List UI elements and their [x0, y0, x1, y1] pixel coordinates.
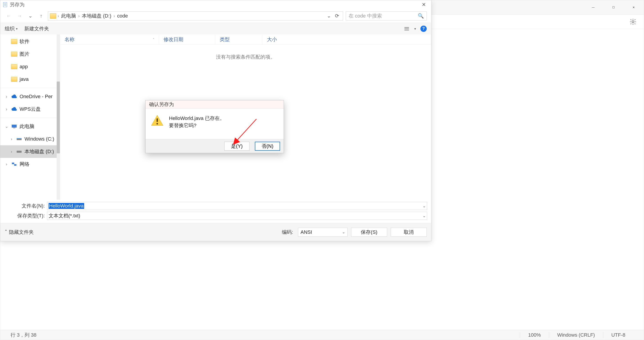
tree-label: 本地磁盘 (D:) [24, 148, 54, 155]
crumb-root[interactable]: 此电脑 [59, 12, 78, 19]
filetype-label: 保存类型(T): [4, 212, 47, 219]
cancel-button[interactable]: 取消 [391, 228, 427, 237]
expand-icon[interactable]: › [9, 149, 14, 154]
hide-folders-button[interactable]: ˄ 隐藏文件夹 [5, 229, 34, 236]
status-eol[interactable]: Windows (CRLF) [549, 332, 603, 338]
view-mode-button[interactable] [404, 26, 410, 31]
filename-field[interactable]: HelloWorld.java ⌄ [47, 202, 427, 210]
tree-item-onedrive[interactable]: ›OneDrive - Per [0, 90, 60, 103]
tree-item-app[interactable]: app [0, 60, 60, 73]
help-button[interactable]: ? [420, 26, 427, 32]
warning-icon [151, 115, 164, 126]
chevron-down-icon[interactable]: ⌄ [423, 204, 426, 208]
hide-folders-label: 隐藏文件夹 [9, 229, 34, 236]
confirm-modal: 确认另存为 HelloWorld.java 已存在。 要替换它吗? 是(Y) 否… [145, 100, 284, 153]
col-date[interactable]: 修改日期 [159, 34, 215, 44]
search-box[interactable]: 🔍 [346, 11, 427, 20]
status-zoom[interactable]: 100% [520, 332, 549, 338]
folder-icon [11, 77, 17, 82]
status-encoding[interactable]: UTF-8 [603, 332, 634, 338]
dialog-close-button[interactable]: ✕ [418, 1, 429, 8]
svg-rect-13 [12, 163, 14, 164]
filename-label: 文件名(N): [4, 202, 47, 209]
tree-label: 软件 [20, 38, 30, 45]
tree-item-pictures[interactable]: 图片 [0, 48, 60, 60]
crumb-folder[interactable]: code [115, 13, 130, 19]
save-button[interactable]: 保存(S) [351, 228, 387, 237]
settings-icon[interactable] [630, 18, 636, 25]
svg-point-0 [632, 21, 634, 23]
expand-icon[interactable]: › [9, 137, 14, 142]
tree-item-software[interactable]: 软件 [0, 35, 60, 48]
modal-line2: 要替换它吗? [169, 122, 225, 129]
tree-item-java[interactable]: java [0, 73, 60, 86]
refresh-button[interactable]: ⟳ [333, 12, 341, 20]
expand-icon[interactable]: › [4, 107, 9, 112]
status-cursor-pos: 行 3，列 38 [10, 332, 44, 339]
tree-label: 图片 [20, 51, 30, 57]
maximize-button[interactable]: ☐ [603, 0, 624, 14]
modal-line1: HelloWorld.java 已存在。 [169, 115, 225, 122]
tree-scrollbar-thumb[interactable] [57, 82, 60, 153]
nav-up-button[interactable]: ↑ [37, 12, 45, 20]
col-label: 修改日期 [164, 36, 183, 43]
new-folder-button[interactable]: 新建文件夹 [24, 25, 49, 32]
file-header: 名称˄ 修改日期 类型 大小 [60, 34, 431, 45]
chevron-down-icon: ⌄ [342, 230, 345, 234]
folder-icon [11, 39, 17, 44]
chevron-up-icon: ˄ [5, 229, 7, 235]
tree-item-drive-c[interactable]: ›Windows (C:) [0, 133, 60, 145]
drive-icon [16, 149, 22, 154]
svg-rect-11 [17, 138, 22, 139]
search-input[interactable] [349, 13, 418, 19]
col-size[interactable]: 大小 [262, 34, 431, 44]
col-type[interactable]: 类型 [215, 34, 262, 44]
tree-item-network[interactable]: ›网络 [0, 158, 60, 170]
col-label: 名称 [64, 36, 74, 43]
organize-label: 组织 [5, 25, 14, 32]
tree-label: WPS云盘 [20, 106, 41, 113]
encoding-combo[interactable]: ANSI ⌄ [298, 228, 348, 237]
nav-recent-button[interactable]: ⌄ [26, 12, 34, 20]
modal-no-button[interactable]: 否(N) [255, 142, 280, 151]
new-folder-label: 新建文件夹 [24, 25, 49, 32]
search-icon: 🔍 [418, 13, 424, 19]
modal-yes-button[interactable]: 是(Y) [224, 142, 250, 151]
tree-item-wps[interactable]: ›WPS云盘 [0, 103, 60, 115]
encoding-label: 编码: [282, 229, 293, 236]
dialog-inputs: 文件名(N): HelloWorld.java ⌄ 保存类型(T): 文本文档(… [0, 200, 431, 223]
address-bar[interactable]: › 此电脑 › 本地磁盘 (D:) › code ⌄ ⟳ [48, 11, 343, 20]
tree-label: app [20, 64, 28, 70]
dialog-bottom: ˄ 隐藏文件夹 编码: ANSI ⌄ 保存(S) 取消 [0, 223, 431, 241]
expand-icon[interactable]: › [4, 162, 9, 167]
chevron-down-icon[interactable]: ⌄ [423, 214, 426, 218]
svg-rect-1 [3, 2, 7, 7]
crumb-drive[interactable]: 本地磁盘 (D:) [80, 12, 114, 19]
pc-icon [11, 124, 17, 129]
dialog-toolbar: 组织 ▾ 新建文件夹 ▾ ? [0, 23, 431, 34]
organize-button[interactable]: 组织 ▾ [5, 25, 18, 32]
tree-scrollbar[interactable] [57, 34, 60, 200]
drive-icon [16, 137, 22, 142]
col-name[interactable]: 名称˄ [60, 34, 159, 44]
filetype-field[interactable]: 文本文档(*.txt) ⌄ [47, 212, 427, 220]
window-controls: — ☐ ✕ [583, 0, 644, 14]
collapse-icon[interactable]: ⌄ [4, 124, 9, 129]
nav-tree: 软件 图片 app java ›OneDrive - Per ›WPS云盘 ⌄此… [0, 34, 60, 200]
folder-icon [11, 52, 17, 57]
close-button[interactable]: ✕ [624, 0, 644, 14]
expand-icon[interactable]: › [4, 94, 9, 99]
nav-back-button[interactable]: ← [5, 12, 13, 20]
tree-item-drive-d[interactable]: ›本地磁盘 (D:) [0, 145, 60, 158]
chevron-down-icon[interactable]: ▾ [414, 27, 416, 30]
minimize-button[interactable]: — [583, 0, 603, 14]
modal-title: 确认另存为 [146, 100, 284, 109]
tree-item-thispc[interactable]: ⌄此电脑 [0, 120, 60, 133]
address-dropdown-button[interactable]: ⌄ [325, 12, 333, 20]
col-label: 大小 [267, 36, 277, 43]
svg-point-17 [156, 123, 158, 125]
filetype-value: 文本文档(*.txt) [48, 212, 80, 219]
nav-forward-button[interactable]: → [16, 12, 24, 20]
tree-label: java [20, 76, 28, 82]
svg-rect-12 [17, 151, 22, 153]
